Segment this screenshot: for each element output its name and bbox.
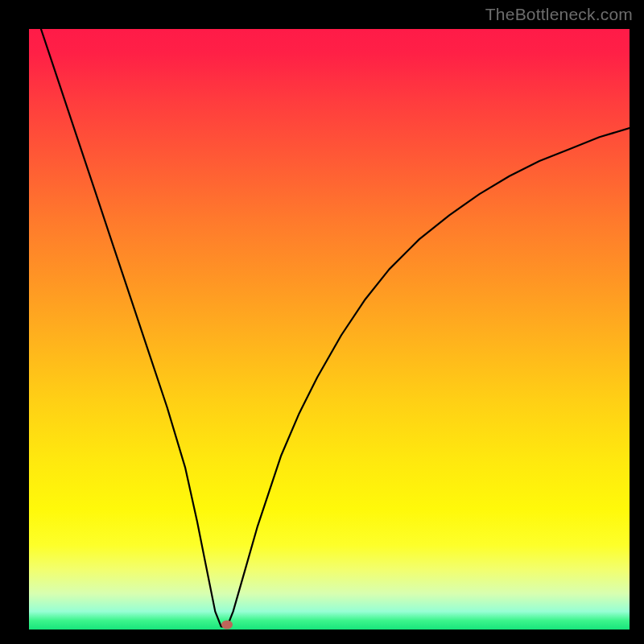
bottleneck-curve <box>29 29 630 630</box>
plot-area <box>29 29 630 630</box>
optimal-point-marker <box>221 621 233 630</box>
watermark-text: TheBottleneck.com <box>485 5 633 24</box>
chart-frame: TheBottleneck.com <box>0 0 644 644</box>
